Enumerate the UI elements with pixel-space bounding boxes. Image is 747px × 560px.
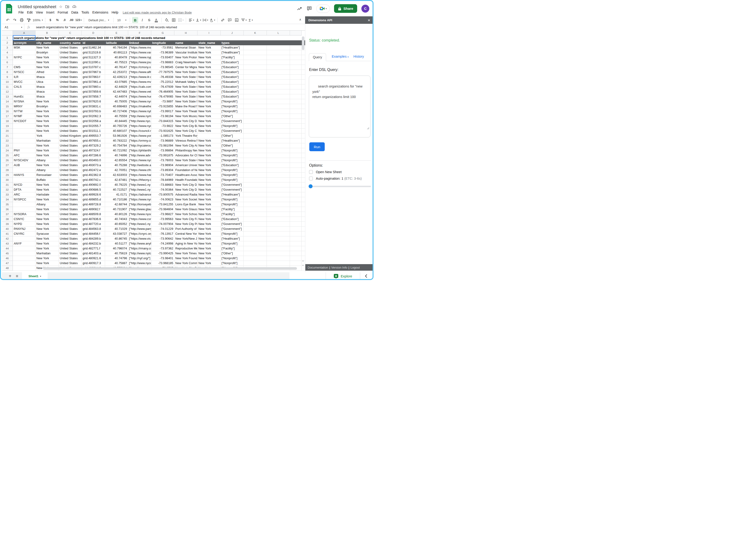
row-header[interactable]: 29 — [2, 173, 13, 178]
grid-cell[interactable]: ["https://www.hur — [128, 94, 151, 99]
grid-cell[interactable]: grid.488509.8 — [82, 212, 105, 217]
grid-cell[interactable] — [267, 143, 290, 148]
grid-cell[interactable] — [302, 217, 305, 222]
row-header[interactable]: 45 — [2, 251, 13, 256]
grid-cell[interactable] — [302, 168, 305, 173]
grid-cell[interactable]: New York — [198, 109, 221, 114]
grid-cell[interactable]: 40.755726 — [105, 124, 128, 129]
grid-cell[interactable]: grid.502058.a — [82, 119, 105, 124]
grid-cell[interactable] — [290, 153, 302, 158]
grid-cell[interactable] — [302, 60, 305, 65]
grid-cell[interactable]: HumEc — [13, 94, 35, 99]
grid-cell[interactable]: New York/New J — [174, 236, 198, 241]
text-rotation-button[interactable]: ▾ — [209, 17, 215, 23]
grid-cell[interactable]: New York City D — [174, 119, 198, 124]
run-button[interactable]: Run — [309, 142, 325, 151]
grid-cell[interactable]: -73.931625 — [151, 129, 174, 133]
grid-cell[interactable]: grid.490692.0 — [82, 183, 105, 187]
grid-cell[interactable]: -73.99563 — [151, 217, 174, 222]
grid-cell[interactable]: ["https://www.cfn — [128, 168, 151, 173]
grid-cell[interactable]: -73.990425 — [151, 251, 174, 256]
grid-cell[interactable]: CALS — [13, 84, 35, 89]
grid-cell[interactable]: United States — [59, 65, 82, 70]
grid-cell[interactable]: grid.507863.f — [82, 75, 105, 80]
row-header[interactable]: 33 — [2, 192, 13, 197]
grid-cell[interactable] — [244, 129, 267, 133]
format-percent-button[interactable]: % — [54, 17, 60, 23]
grid-cell[interactable] — [13, 251, 35, 256]
row-header[interactable]: 40 — [2, 226, 13, 232]
grid-cell[interactable] — [290, 138, 302, 143]
grid-cell[interactable]: ["Nonprofit"] — [221, 168, 244, 173]
text-color-button[interactable]: A — [153, 17, 159, 23]
grid-cell[interactable]: United States — [59, 99, 82, 104]
grid-cell[interactable]: ANYF — [13, 241, 35, 246]
grid-cell[interactable]: -76.47939 — [151, 84, 174, 89]
grid-cell[interactable]: Ithaca — [35, 89, 59, 94]
grid-cell[interactable]: -73.90642 — [151, 236, 174, 241]
row-header[interactable]: 12 — [2, 89, 13, 94]
grid-cell[interactable]: -73.96545 — [151, 65, 174, 70]
fill-color-button[interactable] — [164, 17, 170, 23]
grid-cell[interactable]: New York — [198, 163, 221, 168]
grid-cell[interactable] — [244, 236, 267, 241]
grid-cell[interactable]: ["Education"] — [221, 80, 244, 84]
grid-cell[interactable]: New York — [198, 80, 221, 84]
grid-cell[interactable]: -75.22012 — [151, 80, 174, 84]
grid-cell[interactable] — [290, 197, 302, 202]
grid-cell[interactable]: HANYS — [13, 173, 35, 178]
grid-cell[interactable]: ["Education"] — [221, 84, 244, 89]
grid-cell[interactable] — [244, 246, 267, 251]
grid-cell[interactable]: -74.00623 — [151, 197, 174, 202]
grid-cell[interactable]: ["Nonprofit"] — [221, 241, 244, 246]
grid-cell[interactable] — [13, 256, 35, 261]
grid-cell[interactable]: ["https://www.nys — [128, 158, 151, 163]
avatar[interactable]: C — [361, 5, 369, 12]
grid-cell[interactable]: United States — [59, 114, 82, 119]
grid-cell[interactable]: Syracuse — [35, 232, 59, 236]
grid-cell[interactable] — [13, 236, 35, 241]
grid-cell[interactable]: Vascular Institute — [174, 50, 198, 55]
more-formats-button[interactable]: 123▾ — [75, 17, 82, 23]
grid-cell[interactable]: New York Times — [174, 251, 198, 256]
resize-handle-icon[interactable] — [360, 121, 369, 136]
grid-cell[interactable]: 40.75523 — [105, 60, 128, 65]
grid-cell[interactable] — [302, 212, 305, 217]
dsl-query-textarea[interactable]: search organizations for "new york" retu… — [309, 76, 370, 137]
grid-cell[interactable] — [302, 163, 305, 168]
grid-cell[interactable]: United States — [59, 70, 82, 75]
grid-cell[interactable]: ["https://cals.corr — [128, 84, 151, 89]
grid-cell[interactable]: grid.480921.6 — [82, 256, 105, 261]
grid-cell[interactable]: United States — [59, 75, 82, 80]
grid-cell[interactable]: 42.87481 — [105, 178, 128, 183]
grid-cell[interactable] — [13, 143, 35, 148]
grid-cell[interactable]: United States — [59, 178, 82, 183]
grid-cell[interactable]: United States — [59, 109, 82, 114]
grid-cell[interactable] — [302, 65, 305, 70]
grid-cell[interactable] — [290, 124, 302, 129]
grid-cell[interactable]: Healthcare Asso — [174, 173, 198, 178]
print-button[interactable] — [19, 17, 25, 23]
grid-cell[interactable] — [244, 261, 267, 266]
grid-cell[interactable]: New York — [198, 197, 221, 202]
grid-cell[interactable] — [302, 119, 305, 124]
table-header-types[interactable]: types — [221, 41, 244, 45]
grid-cell[interactable]: York — [35, 133, 59, 138]
comments-icon[interactable] — [307, 6, 312, 11]
grid-cell[interactable]: 40.727406 — [105, 109, 128, 114]
row-header[interactable]: 1 — [2, 35, 13, 41]
column-header[interactable]: G — [151, 31, 174, 35]
row-header[interactable]: 6 — [2, 60, 13, 65]
grid-cell[interactable]: -73.93407 — [151, 55, 174, 60]
grid-cell[interactable]: grid.484289.b — [82, 236, 105, 241]
grid-cell[interactable]: New York Theatr — [174, 109, 198, 114]
grid-cell[interactable]: 40.80478 — [105, 55, 128, 60]
grid-cell[interactable] — [267, 178, 290, 183]
text-wrap-button[interactable]: ▾ — [202, 17, 208, 23]
font-select[interactable]: Default (Ari...▾ — [86, 17, 111, 23]
grid-cell[interactable]: -73.915855 — [151, 104, 174, 109]
grid-cell[interactable] — [290, 65, 302, 70]
grid-cell[interactable]: ["Healthcare"] — [221, 192, 244, 197]
grid-cell[interactable]: ["https://makethe — [128, 104, 151, 109]
grid-cell[interactable]: ["Nonprofit"] — [221, 158, 244, 163]
